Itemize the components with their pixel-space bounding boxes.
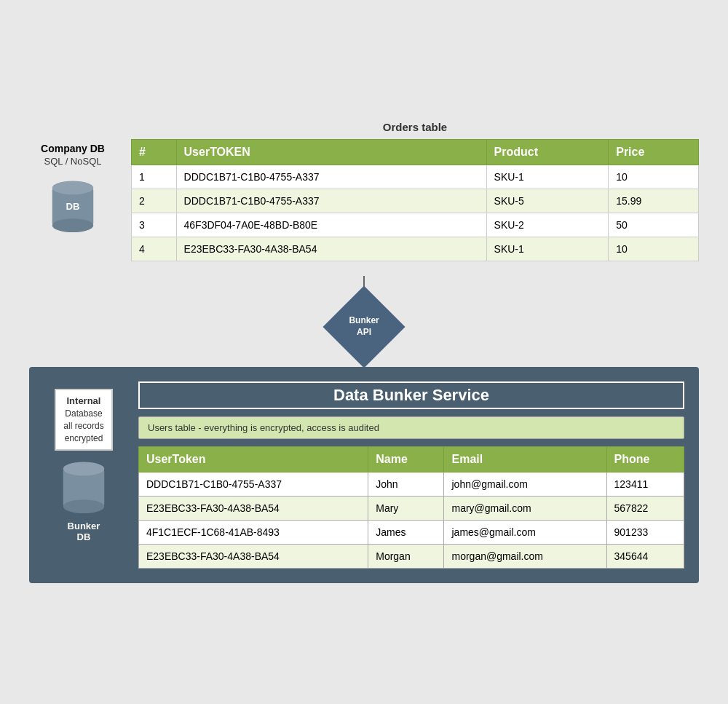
orders-header-token: UserTOKEN <box>176 140 486 165</box>
svg-point-2 <box>52 218 93 232</box>
diamond-area: BunkerAPI <box>29 276 699 363</box>
svg-point-1 <box>52 181 93 195</box>
table-row: E23EBC33-FA30-4A38-BA54Marymary@gmail.co… <box>139 497 684 521</box>
users-header-email: Email <box>444 447 606 472</box>
all-records-label: all records <box>63 421 103 431</box>
db-cylinder-top: DB <box>47 175 98 234</box>
data-bunker-content: Data Bunker Service Users table - everyt… <box>138 381 684 569</box>
internal-db: Internal Database all records encrypted … <box>44 381 124 569</box>
company-db-label: Company DB <box>41 143 105 154</box>
orders-header-product: Product <box>486 140 609 165</box>
company-db-sub: SQL / NoSQL <box>44 156 102 167</box>
orders-header-price: Price <box>609 140 699 165</box>
company-db: Company DB SQL / NoSQL DB <box>29 121 116 234</box>
table-row: 346F3DF04-7A0E-48BD-B80ESKU-250 <box>132 213 699 237</box>
users-header-name: Name <box>368 447 444 472</box>
encrypted-label: encrypted <box>65 433 103 443</box>
top-section: Company DB SQL / NoSQL DB Orders table <box>29 121 699 261</box>
users-table-notice: Users table - everything is encrypted, a… <box>138 416 684 439</box>
database-label: Database <box>65 408 102 419</box>
table-row: 4E23EBC33-FA30-4A38-BA54SKU-110 <box>132 237 699 261</box>
bunker-api-label: BunkerAPI <box>349 315 379 338</box>
users-table: UserToken Name Email Phone DDDC1B71-C1B0… <box>138 446 684 569</box>
svg-text:DB: DB <box>66 201 79 212</box>
table-row: 2DDDC1B71-C1B0-4755-A337SKU-515.99 <box>132 189 699 213</box>
orders-header-row: # UserTOKEN Product Price <box>132 140 699 165</box>
users-header-phone: Phone <box>606 447 684 472</box>
db-cylinder-bunker <box>58 456 109 515</box>
data-bunker-title: Data Bunker Service <box>138 381 684 409</box>
table-row: 4F1C1ECF-1C68-41AB-8493Jamesjames@gmail.… <box>139 521 684 545</box>
svg-point-6 <box>63 499 104 513</box>
users-header-token: UserToken <box>139 447 368 472</box>
internal-db-box: Internal Database all records encrypted <box>55 389 112 451</box>
internal-label: Internal <box>63 395 103 408</box>
table-row: DDDC1B71-C1B0-4755-A337Johnjohn@gmail.co… <box>139 472 684 497</box>
bunker-api-diamond: BunkerAPI <box>323 285 405 368</box>
table-row: 1DDDC1B71-C1B0-4755-A337SKU-110 <box>132 165 699 189</box>
bunker-db-label: BunkerDB <box>68 521 100 542</box>
main-container: Company DB SQL / NoSQL DB Orders table <box>15 106 713 598</box>
users-header-row: UserToken Name Email Phone <box>139 447 684 472</box>
bottom-section: Internal Database all records encrypted … <box>29 367 699 583</box>
svg-point-5 <box>63 462 104 475</box>
orders-header-num: # <box>132 140 177 165</box>
orders-title: Orders table <box>131 121 699 133</box>
orders-section: Orders table # UserTOKEN Product Price 1… <box>131 121 699 261</box>
orders-table: # UserTOKEN Product Price 1DDDC1B71-C1B0… <box>131 139 699 261</box>
table-row: E23EBC33-FA30-4A38-BA54Morganmorgan@gmai… <box>139 545 684 569</box>
